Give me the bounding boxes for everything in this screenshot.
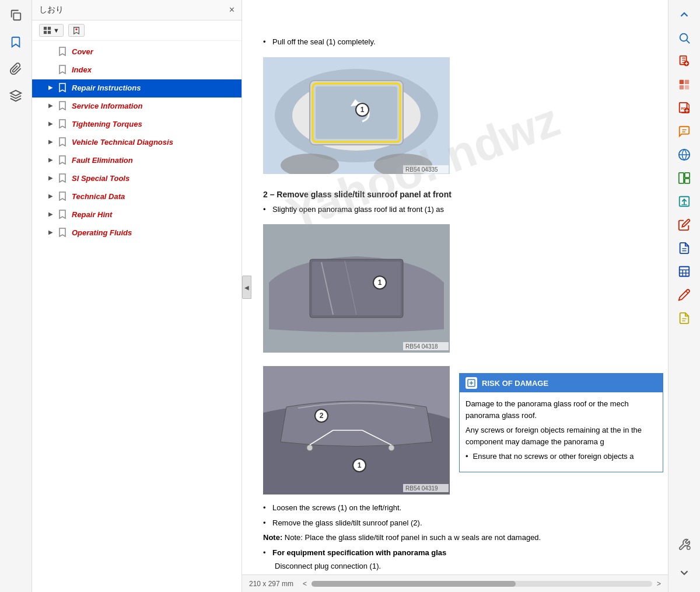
nav-arrow-repair: ▶ bbox=[48, 84, 55, 90]
car-panel-image: 2 1 RB54 04319 bbox=[263, 366, 450, 495]
sidebar-item-operating-fluids[interactable]: ▶ Operating Fluids bbox=[32, 224, 242, 242]
svg-point-81 bbox=[687, 546, 691, 550]
svg-point-32 bbox=[388, 445, 394, 451]
search-button[interactable] bbox=[673, 28, 695, 48]
image-container-2: 1 RB54 04318 bbox=[263, 224, 450, 354]
pdf-red-button[interactable]: PDF bbox=[673, 98, 695, 118]
bullet-loosen-text: Loosen the screws (1) on the left/right. bbox=[272, 502, 401, 514]
nav-bookmark-technical-data bbox=[59, 191, 68, 203]
page-scroll-up-button[interactable] bbox=[673, 5, 695, 25]
bookmark-toolbar-button[interactable] bbox=[68, 24, 85, 37]
bullet-remove: • Remove the glass slide/tilt sunroof pa… bbox=[263, 517, 656, 529]
nav-bookmark-fault bbox=[59, 155, 68, 166]
sidebar-item-service-information[interactable]: ▶ Service Information bbox=[32, 97, 242, 116]
document-yellow-button[interactable] bbox=[673, 308, 695, 328]
document-blue-button[interactable] bbox=[673, 238, 695, 258]
svg-text:1: 1 bbox=[378, 278, 382, 287]
sidebar: しおり × ▼ Cover bbox=[32, 0, 242, 592]
svg-rect-66 bbox=[685, 173, 690, 177]
layers-icon[interactable] bbox=[5, 85, 26, 106]
bookmark-nav-icon[interactable] bbox=[5, 32, 26, 53]
sidebar-item-vehicle-technical-diagnosis[interactable]: ▶ Vehicle Technical Diagnosis bbox=[32, 134, 242, 152]
nav-bookmark-repair-hint bbox=[59, 210, 68, 221]
nav-bookmark-torques bbox=[59, 119, 68, 130]
svg-text:1: 1 bbox=[360, 106, 365, 114]
risk-body: Damage to the panorama glass roof or the… bbox=[460, 392, 663, 472]
sidebar-item-fault-elimination[interactable]: ▶ Fault Elimination bbox=[32, 152, 242, 170]
svg-rect-73 bbox=[680, 267, 690, 277]
risk-header-text: RISK OF DAMAGE bbox=[482, 379, 548, 388]
paperclip-icon[interactable] bbox=[5, 58, 26, 79]
copy-icon[interactable] bbox=[5, 5, 26, 26]
bullet-equipment: • For equipment specification with panor… bbox=[263, 547, 656, 559]
svg-point-31 bbox=[307, 445, 313, 451]
sidebar-title: しおり bbox=[39, 5, 64, 15]
layout-green-button[interactable] bbox=[673, 168, 695, 188]
nav-label-fault-elimination: Fault Elimination bbox=[72, 155, 133, 166]
svg-rect-3 bbox=[48, 27, 51, 30]
sidebar-item-repair-instructions[interactable]: ▶ Repair Instructions bbox=[32, 79, 242, 97]
sidebar-item-technical-data[interactable]: ▶ Technical Data bbox=[32, 188, 242, 206]
sidebar-close-button[interactable]: × bbox=[229, 5, 235, 15]
nav-arrow-special-tools: ▶ bbox=[48, 175, 55, 181]
table-button[interactable] bbox=[673, 262, 695, 281]
scroll-left-button[interactable]: < bbox=[303, 580, 307, 588]
svg-rect-54 bbox=[680, 80, 684, 84]
car-roof-image: 1 RB54 04335 bbox=[263, 57, 450, 174]
page-size-text: 210 x 297 mm bbox=[249, 580, 293, 588]
main-content: ◀ Yahoo! ndwz • Pull off the seal (1) co… bbox=[242, 0, 668, 592]
horizontal-scrollbar[interactable] bbox=[312, 581, 652, 587]
bullet-remove-text: Remove the glass slide/tilt sunroof pane… bbox=[272, 517, 422, 529]
left-toolbar bbox=[0, 0, 32, 592]
bullet-seal-text: Pull off the seal (1) completely. bbox=[272, 36, 376, 48]
note-text: Note: Note: Place the glass slide/tilt r… bbox=[263, 532, 656, 544]
nav-arrow-repair-hint: ▶ bbox=[48, 211, 55, 217]
translate-button[interactable] bbox=[673, 145, 695, 165]
image-container-1: 1 RB54 04335 bbox=[263, 57, 450, 176]
nav-label-repair-hint: Repair Hint bbox=[72, 210, 112, 220]
nav-label-index: Index bbox=[72, 65, 92, 75]
document-red-button[interactable] bbox=[673, 51, 695, 71]
svg-rect-5 bbox=[48, 31, 51, 34]
svg-rect-23 bbox=[312, 262, 401, 315]
risk-header: RISK OF DAMAGE bbox=[460, 374, 663, 392]
grid-red-button[interactable] bbox=[673, 75, 695, 95]
sidebar-item-repair-hint[interactable]: ▶ Repair Hint bbox=[32, 206, 242, 224]
sidebar-item-si-special-tools[interactable]: ▶ SI Special Tools bbox=[32, 170, 242, 188]
edit-red-button[interactable] bbox=[673, 215, 695, 235]
annotate-button[interactable] bbox=[673, 285, 695, 305]
svg-rect-67 bbox=[685, 179, 690, 183]
svg-point-48 bbox=[680, 34, 688, 41]
nav-bookmark-service bbox=[59, 101, 68, 112]
status-bar: 210 x 297 mm < > bbox=[242, 574, 668, 592]
car-exterior-image: 1 RB54 04318 bbox=[263, 224, 450, 353]
svg-rect-57 bbox=[685, 85, 689, 89]
svg-text:RB54 04318: RB54 04318 bbox=[405, 343, 438, 350]
sidebar-item-index[interactable]: Index bbox=[32, 61, 242, 79]
export-button[interactable] bbox=[673, 191, 695, 211]
svg-text:1: 1 bbox=[358, 461, 362, 469]
comment-orange-button[interactable] bbox=[673, 121, 695, 141]
svg-rect-2 bbox=[44, 27, 47, 30]
bullet-step2: • Slightly open panorama glass roof lid … bbox=[263, 204, 656, 215]
step2-heading: 2 – Remove glass slide/tilt sunroof pane… bbox=[263, 190, 656, 199]
settings-button[interactable] bbox=[673, 535, 695, 555]
nav-label-operating-fluids: Operating Fluids bbox=[72, 228, 132, 238]
grid-view-button[interactable]: ▼ bbox=[39, 24, 64, 37]
nav-bookmark-repair bbox=[59, 83, 68, 94]
nav-bookmark-operating-fluids bbox=[59, 228, 68, 239]
nav-label-tightening-torques: Tightening Torques bbox=[72, 119, 142, 130]
risk-bullet: • Ensure that no screws or other foreign… bbox=[466, 451, 657, 462]
sidebar-item-tightening-torques[interactable]: ▶ Tightening Torques bbox=[32, 116, 242, 134]
risk-line2: Any screws or foreign objects remaining … bbox=[466, 424, 657, 447]
sidebar-item-cover[interactable]: Cover bbox=[32, 43, 242, 61]
nav-bookmark-index bbox=[59, 65, 68, 76]
page-scroll-down-button[interactable] bbox=[673, 563, 695, 583]
nav-label-technical-data: Technical Data bbox=[72, 191, 125, 202]
sidebar-collapse-handle[interactable]: ◀ bbox=[242, 276, 251, 299]
content-area[interactable]: ◀ Yahoo! ndwz • Pull off the seal (1) co… bbox=[242, 0, 668, 574]
svg-rect-0 bbox=[13, 13, 20, 20]
scroll-right-button[interactable]: > bbox=[657, 580, 661, 588]
disconnect-text: Disconnect plug connection (1). bbox=[275, 562, 656, 570]
nav-label-vehicle-technical-diagnosis: Vehicle Technical Diagnosis bbox=[72, 137, 173, 148]
